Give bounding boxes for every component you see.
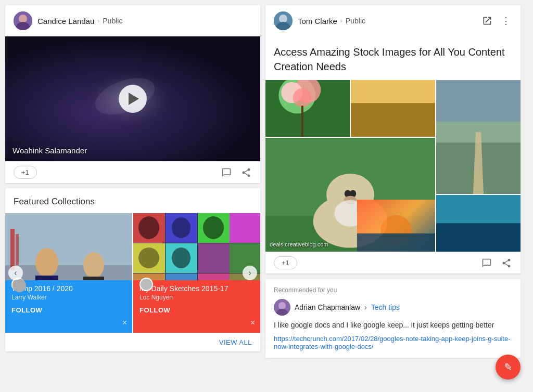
svg-point-8 [35, 248, 58, 277]
svg-rect-20 [230, 213, 260, 243]
collection-item-sketches[interactable]: My Daily Sketches 2015-17 Loc Nguyen FOL… [133, 213, 260, 333]
rec-tag[interactable]: Tech tips [371, 303, 400, 311]
article-post-card: Tom Clarke › Public ⋮ Access Amazing Sto… [265, 5, 521, 273]
plus-one-button[interactable]: +1 [14, 166, 37, 179]
comment-icon[interactable] [221, 167, 232, 178]
author-avatar [14, 11, 32, 30]
share-icon[interactable] [240, 167, 252, 178]
play-icon [129, 93, 139, 105]
trump-collection-author: Larry Walker [11, 294, 126, 301]
svg-rect-44 [351, 100, 435, 137]
article-plus-one-label: +1 [282, 259, 289, 267]
article-post-header: Tom Clarke › Public ⋮ [265, 5, 521, 36]
video-title: Woahink Salamander [12, 146, 87, 155]
image-cell-4: deals.creativeblog.com [265, 138, 435, 252]
article-comment-icon[interactable] [481, 257, 492, 269]
sketches-collection-title: My Daily Sketches 2015-17 [139, 284, 254, 293]
recommended-card: Recommended for you Adrian Chapmanlaw › … [265, 279, 521, 358]
recommended-content: Adrian Chapmanlaw › Tech tips I like goo… [274, 299, 512, 350]
fab-button[interactable]: ✎ [496, 355, 521, 380]
play-button[interactable] [119, 85, 147, 113]
audience-label: Public [103, 17, 122, 25]
svg-point-15 [12, 279, 26, 292]
svg-point-30 [172, 217, 191, 238]
svg-rect-13 [16, 234, 19, 265]
collections-container: ‹ [5, 213, 260, 333]
right-column: Tom Clarke › Public ⋮ Access Amazing Sto… [265, 5, 521, 387]
article-author-info: Tom Clarke › Public [298, 17, 365, 25]
rec-link[interactable]: https://techcrunch.com/2017/02/28/google… [274, 335, 512, 350]
svg-rect-65 [436, 195, 521, 223]
article-image-grid: deals.creativeblog.com [265, 80, 521, 252]
chevron-icon: › [97, 17, 99, 24]
sketches-collection-avatar [139, 278, 153, 291]
collections-grid: VOTE Trump 2016 / 2020 Larry Walker FOLL… [5, 213, 260, 333]
article-author-avatar [274, 11, 293, 30]
author-info: Candice Landau › Public [37, 17, 122, 25]
svg-point-29 [138, 216, 159, 239]
rec-header: Adrian Chapmanlaw › Tech tips [274, 299, 512, 316]
svg-point-33 [172, 247, 191, 268]
fab-icon: ✎ [504, 361, 513, 373]
view-all-button[interactable]: VIEW ALL [219, 338, 252, 346]
sketches-close-button[interactable]: × [250, 318, 255, 328]
article-author-name: Tom Clarke [298, 17, 337, 25]
sketches-collection-overlay: My Daily Sketches 2015-17 Loc Nguyen FOL… [133, 280, 260, 333]
image-cell-3 [436, 80, 521, 194]
svg-rect-64 [436, 221, 521, 252]
video-post-card: Candice Landau › Public [5, 5, 260, 183]
svg-point-41 [293, 88, 312, 107]
article-share-icon[interactable] [501, 257, 512, 269]
external-link-icon[interactable] [481, 15, 493, 27]
svg-point-32 [138, 247, 159, 268]
trump-collection-title: Trump 2016 / 2020 [11, 284, 126, 293]
recommended-label: Recommended for you [274, 286, 512, 294]
svg-rect-45 [351, 80, 435, 103]
section-title: Featured Collections [5, 188, 260, 213]
featured-collections-card: Featured Collections ‹ [5, 188, 260, 351]
svg-rect-23 [198, 243, 230, 273]
rec-author-name: Adrian Chapmanlaw [295, 303, 360, 311]
svg-point-35 [279, 15, 287, 23]
rec-avatar [274, 299, 290, 316]
article-action-bar: +1 [265, 252, 521, 273]
article-action-icons [481, 257, 512, 269]
video-container[interactable]: Woahink Salamander [5, 36, 260, 161]
collections-next-arrow[interactable]: › [243, 266, 257, 280]
collections-prev-arrow[interactable]: ‹ [8, 266, 23, 280]
svg-rect-62 [357, 233, 435, 252]
collection-item-trump[interactable]: VOTE Trump 2016 / 2020 Larry Walker FOLL… [5, 213, 132, 333]
author-name: Candice Landau [37, 17, 94, 25]
article-header-actions: ⋮ [481, 15, 512, 27]
video-action-bar: +1 [5, 161, 260, 183]
trump-follow-button[interactable]: FOLLOW [11, 306, 126, 314]
plus-one-label: +1 [21, 168, 29, 176]
svg-rect-12 [10, 229, 15, 270]
image-cell-2 [351, 80, 435, 137]
article-audience-label: Public [346, 17, 365, 25]
article-plus-one-button[interactable]: +1 [274, 256, 297, 269]
svg-point-1 [19, 15, 27, 23]
rec-separator: › [364, 303, 367, 311]
article-chevron-icon: › [340, 17, 342, 24]
article-title: Access Amazing Stock Images for All You … [265, 36, 521, 80]
image-source-label: deals.creativeblog.com [270, 241, 328, 247]
post-header: Candice Landau › Public [5, 5, 260, 36]
left-column: Candice Landau › Public [5, 5, 260, 387]
svg-point-70 [278, 302, 286, 309]
trump-close-button[interactable]: × [122, 318, 127, 328]
svg-point-31 [203, 216, 224, 239]
sketches-follow-button[interactable]: FOLLOW [139, 306, 254, 314]
action-icons [221, 167, 252, 178]
view-all-bar: VIEW ALL [5, 333, 260, 351]
svg-point-10 [83, 252, 104, 278]
more-options-icon[interactable]: ⋮ [500, 15, 512, 27]
image-cell-5 [436, 195, 521, 252]
image-cell-1 [265, 80, 350, 137]
sketches-collection-author: Loc Nguyen [139, 294, 254, 301]
rec-text: I like google docs and I like google kee… [274, 320, 512, 331]
